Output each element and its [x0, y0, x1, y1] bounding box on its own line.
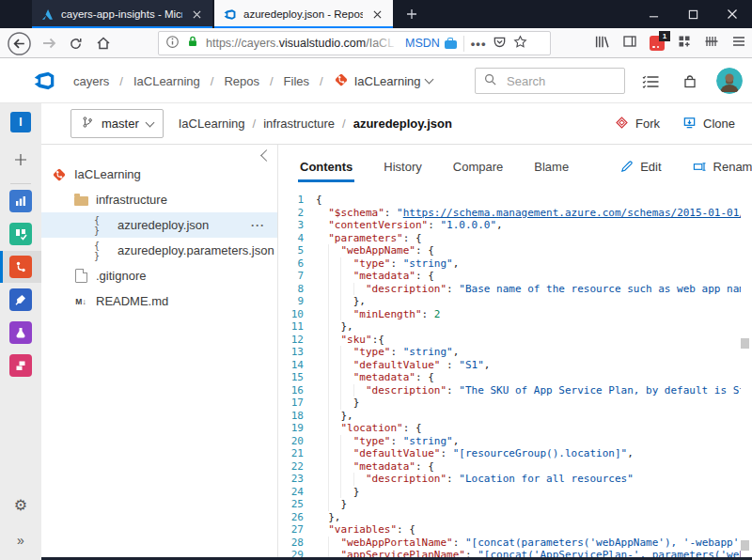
code-token: "metadata"	[353, 371, 415, 383]
code-token: ,	[453, 257, 460, 270]
line-number: 14	[279, 359, 304, 372]
code-token: : {	[415, 460, 434, 473]
sidebar-item-test-plans[interactable]	[0, 317, 41, 349]
forward-button[interactable]	[36, 30, 62, 56]
branch-selector[interactable]: master	[70, 109, 164, 138]
tree-item-readme-md[interactable]: M↓README.md	[41, 288, 277, 314]
breadcrumb-item[interactable]: Repos	[224, 74, 259, 88]
extension-icon-red[interactable]: 1	[650, 36, 665, 51]
tab-blame[interactable]: Blame	[534, 160, 569, 174]
code-line: 13 "type": "string",	[279, 346, 741, 359]
code-token: "metadata"	[353, 270, 415, 282]
library-icon[interactable]	[594, 34, 610, 54]
sidebar-panel-icon[interactable]	[622, 34, 637, 53]
browser-tab-active[interactable]: azuredeploy.json - Repos	[214, 0, 393, 28]
bookmark-star-icon[interactable]	[513, 35, 527, 53]
tab-close-icon[interactable]	[189, 7, 204, 22]
rename-button[interactable]: Rename	[693, 160, 752, 174]
code-line: 6 "type": "string",	[279, 257, 741, 271]
indent-guide	[328, 270, 329, 283]
https-lock-icon[interactable]	[186, 35, 199, 52]
azure-devops-logo[interactable]	[32, 69, 56, 93]
tree-item-azuredeploy-json[interactable]: { }azuredeploy.json···	[41, 212, 277, 238]
breadcrumb-item[interactable]: IaCLearning	[133, 74, 200, 88]
code-text: "$schema": "https://schema.management.az…	[316, 207, 741, 220]
line-number: 12	[279, 334, 304, 347]
tab-close-icon[interactable]	[369, 7, 384, 22]
vertical-scrollbar-thumb[interactable]	[741, 338, 749, 349]
path-separator: /	[342, 117, 346, 131]
project-tile[interactable]: I	[10, 112, 31, 132]
extension-icon-fence[interactable]	[704, 34, 719, 53]
tab-compare[interactable]: Compare	[453, 160, 503, 174]
collapse-tree-icon[interactable]	[260, 149, 273, 162]
browser-tab-inactive[interactable]: cayers-app-insights - Microsof	[32, 0, 212, 28]
scrollbar-bottom-block[interactable]	[741, 540, 749, 551]
fork-button[interactable]: Fork	[615, 116, 660, 132]
clone-button[interactable]: Clone	[682, 116, 735, 132]
breadcrumb-item[interactable]: Files	[284, 74, 309, 88]
marketplace-bag-icon[interactable]	[681, 72, 699, 91]
sidebar-item-overview[interactable]	[0, 185, 41, 217]
schema-url-link[interactable]: https://schema.management.azure.com/sche…	[403, 207, 741, 219]
folder-icon	[72, 194, 89, 206]
search-box[interactable]	[475, 68, 625, 94]
indent-guide	[328, 320, 329, 334]
code-token: : {	[397, 523, 415, 536]
user-avatar[interactable]	[716, 68, 743, 94]
maximize-button[interactable]	[673, 0, 713, 28]
path-segment[interactable]: infrastructure	[263, 117, 335, 131]
code-line: 16 "description": "The SKU of App Servic…	[279, 384, 741, 397]
sidebar-expand-icon[interactable]: »	[0, 530, 41, 551]
code-token: "appServicePlanName"	[341, 549, 465, 557]
close-button[interactable]	[713, 0, 752, 28]
repo-selector[interactable]: IaCLearning	[334, 72, 433, 90]
code-token: : {	[415, 270, 434, 282]
code-token: :	[465, 549, 478, 557]
back-button[interactable]	[6, 30, 32, 56]
tree-item-azuredeploy-parameters-json[interactable]: { }azuredeploy.parameters.json	[41, 238, 277, 263]
indent-guide	[328, 244, 329, 257]
search-input[interactable]	[505, 73, 617, 89]
code-token: "defaultValue"	[353, 359, 441, 371]
breadcrumb-item[interactable]: cayers	[73, 74, 109, 88]
chevron-down-icon	[425, 75, 434, 85]
code-line: 7 "metadata": {	[279, 270, 741, 283]
add-button[interactable]	[14, 153, 27, 170]
tab-contents[interactable]: Contents	[300, 160, 352, 174]
reload-button[interactable]	[62, 30, 88, 56]
code-token: :	[428, 219, 440, 231]
minimize-button[interactable]	[634, 0, 673, 28]
sidebar-item-repos[interactable]	[0, 251, 41, 283]
tree-item-infrastructure[interactable]: infrastructure	[41, 187, 277, 212]
menu-hamburger-icon[interactable]	[731, 34, 746, 53]
tab-history[interactable]: History	[384, 160, 421, 174]
work-items-icon[interactable]	[641, 72, 660, 91]
new-tab-button[interactable]	[400, 3, 423, 25]
chevron-down-icon	[145, 117, 154, 127]
line-number: 29	[279, 549, 304, 557]
pocket-icon[interactable]	[493, 35, 507, 53]
code-line: 25 }	[279, 498, 741, 511]
path-separator: /	[253, 117, 257, 131]
sidebar-item-boards[interactable]	[0, 218, 41, 250]
edit-button[interactable]: Edit	[619, 160, 661, 174]
json-braces-glyph: { }	[94, 241, 111, 261]
sidebar-item-artifacts[interactable]	[0, 350, 41, 381]
tree-item--gitignore[interactable]: .gitignore	[41, 263, 277, 288]
code-token	[316, 359, 353, 371]
home-button[interactable]	[90, 30, 117, 56]
sidebar-item-pipelines[interactable]	[0, 284, 41, 316]
more-options-icon[interactable]: ···	[251, 219, 277, 232]
settings-gear-icon[interactable]: ⚙	[0, 492, 41, 517]
path-segment[interactable]: IaCLearning	[179, 117, 245, 131]
code-token: "[concat('AppServicePlan-', parameters('…	[478, 549, 741, 557]
extension-icon-grid[interactable]	[677, 34, 692, 53]
page-info-icon[interactable]	[165, 35, 180, 53]
msdn-indicator[interactable]: MSDN	[405, 37, 457, 50]
code-token: :	[446, 473, 459, 485]
url-bar[interactable]: https://cayers.visualstudio.com/IaCL MSD…	[158, 31, 551, 55]
tree-item-iaclearning[interactable]: IaCLearning	[41, 162, 277, 187]
page-actions-icon[interactable]: •••	[471, 37, 487, 51]
breadcrumb-separator: /	[119, 74, 123, 88]
